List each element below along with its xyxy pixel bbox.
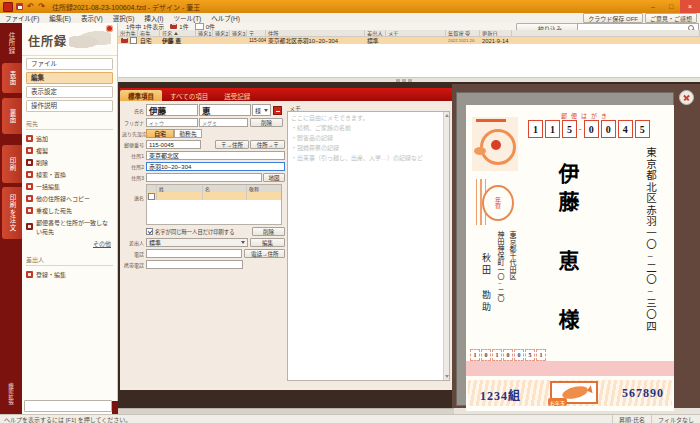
rail-tab-extensions[interactable]: 機能拡張 — [0, 377, 22, 411]
col-zip[interactable]: 〒 — [247, 30, 266, 37]
recipient-address-vertical[interactable]: 東京都北区赤羽一〇−二〇−三〇四 — [643, 147, 658, 377]
address-to-zip-button[interactable]: 住所→〒 — [250, 140, 285, 149]
memo-placeholder-line: ・続柄、ご家族の名前 — [291, 123, 449, 132]
joint-selected-row[interactable] — [147, 192, 281, 200]
furigana-last-field[interactable]: イトウ — [146, 118, 198, 127]
col-address[interactable]: 住所 — [266, 30, 365, 37]
minimize-button[interactable]: – — [644, 0, 662, 13]
sidebar-item-duplicate[interactable]: 複製 — [26, 144, 113, 156]
sidebar-item-zip-mismatch[interactable]: 郵便番号と住所が一致しない宛先 — [26, 216, 113, 237]
joint-empty-rows[interactable] — [147, 200, 281, 224]
edit-sender-button[interactable]: 編集 — [250, 238, 285, 247]
list-header-row: 出力先 宛先 氏名 連名1 連名2 連名3 〒 住所 差出人 メモ 年賀状 受 … — [118, 30, 700, 37]
rail-tab-order-print[interactable]: 印刷を注文 — [2, 187, 22, 239]
scroll-up-icon[interactable] — [445, 114, 449, 117]
more-link[interactable]: その他 — [22, 239, 111, 248]
close-preview-button[interactable] — [679, 90, 694, 105]
redo-icon[interactable]: ↷ — [37, 2, 46, 11]
table-row[interactable]: 自宅 伊藤 恵 115-0045 東京都北区赤羽10−20−304 標準 202… — [118, 37, 700, 44]
col-output[interactable]: 出力先 — [118, 30, 138, 37]
tab-standard-fields[interactable]: 標準項目 — [120, 90, 162, 101]
zip-field[interactable]: 115-0045 — [146, 140, 201, 149]
zip-digit: 1 — [545, 120, 560, 138]
col-name[interactable]: 氏名 — [160, 30, 196, 37]
address1-field[interactable]: 東京都北区 — [146, 151, 285, 160]
col-recipient-type[interactable]: 宛先 — [138, 30, 160, 37]
lottery-group-number: 1234組 — [480, 386, 521, 404]
tab-send-receive-log[interactable]: 送受記録 — [216, 90, 258, 101]
row-checkbox[interactable] — [130, 37, 137, 44]
undo-icon[interactable]: ↶ — [26, 2, 35, 11]
col-sender[interactable]: 差出人 — [365, 30, 386, 37]
memo-scrollbar[interactable] — [443, 112, 449, 380]
address3-field[interactable] — [146, 173, 262, 182]
address2-label: 住所2 — [122, 163, 144, 170]
rail-tab-front[interactable]: 表面 — [2, 63, 22, 93]
first-name-field[interactable]: 恵 — [199, 104, 251, 116]
sidebar-item-copy-to-other-book[interactable]: 他の住所録へコピー — [26, 192, 113, 204]
mobile-field[interactable] — [146, 260, 243, 269]
trash-icon — [26, 159, 33, 166]
sidebar-nav-display-settings[interactable]: 表示設定 — [26, 86, 113, 98]
tab-all-fields[interactable]: すべての項目 — [162, 90, 216, 101]
same-surname-option[interactable]: 名字が同じ時一人目だけ印刷する — [146, 228, 234, 236]
sender-select[interactable]: 標準 — [146, 238, 248, 247]
same-surname-checkbox[interactable] — [146, 228, 153, 235]
sidebar-item-bulk-edit[interactable]: 一括編集 — [26, 180, 113, 192]
sidebar-item-label: 重複した宛先 — [36, 206, 72, 215]
sidebar-nav-file[interactable]: ファイル — [26, 58, 113, 70]
sidebar-nav-edit[interactable]: 編集 — [26, 72, 113, 84]
col-joint2[interactable]: 連名2 — [213, 30, 230, 37]
phone-to-address-button[interactable]: 電話→住所 — [244, 249, 285, 258]
col-joint3[interactable]: 連名3 — [230, 30, 247, 37]
joint-row-checkbox[interactable] — [148, 193, 155, 200]
delete-furigana-button[interactable]: 削除 — [250, 118, 283, 127]
destination-work-toggle[interactable]: 勤務先 — [174, 129, 202, 138]
postcard-frame: 郵便はがき 1 1 5 - 0 0 4 5 — [456, 92, 674, 406]
sidebar-header: 住所録 — [22, 23, 117, 56]
close-button[interactable]: × — [680, 0, 700, 13]
last-name-field[interactable]: 伊藤 — [146, 104, 198, 116]
rail-tab-print[interactable]: 印刷 — [2, 145, 22, 183]
sender-name: 秋田 勘助 — [480, 231, 493, 343]
sidebar-item-register-edit-sender[interactable]: 登録・編集 — [26, 268, 113, 280]
honorific-select[interactable]: 様 — [252, 104, 271, 116]
maximize-button[interactable]: □ — [662, 0, 680, 13]
sidebar-nav-instructions[interactable]: 操作説明 — [26, 100, 113, 112]
postcard-preview[interactable]: 郵便はがき 1 1 5 - 0 0 4 5 — [466, 105, 674, 411]
col-nenga[interactable]: 年賀状 受 — [446, 30, 480, 37]
menu-file[interactable]: ファイル(F) — [0, 13, 44, 23]
col-memo[interactable]: メモ — [386, 30, 446, 37]
col-updated[interactable]: 更新日 — [480, 30, 512, 37]
menu-view[interactable]: 表示(V) — [76, 13, 108, 23]
destination-home-toggle[interactable]: 自宅 — [146, 129, 174, 138]
map-button[interactable]: 地図 — [263, 173, 285, 182]
status-filter[interactable]: フィルタなし — [651, 415, 700, 423]
cloud-save-button[interactable]: クラウド保存 OFF — [583, 13, 643, 23]
sender-label: 差出人 — [122, 239, 144, 246]
menu-edit[interactable]: 編集(E) — [44, 13, 76, 23]
address2-field[interactable]: 赤羽10−20−304 — [146, 162, 285, 171]
phone-field[interactable] — [146, 249, 242, 258]
furigana-first-field[interactable]: メグミ — [199, 118, 248, 127]
zip-dash: - — [579, 125, 582, 134]
feedback-button[interactable]: ご意見・ご感想 — [645, 13, 697, 23]
list-empty-area[interactable] — [118, 44, 700, 77]
sidebar-item-add[interactable]: 追加 — [26, 132, 113, 144]
rail-tab-back[interactable]: 裏面 — [2, 98, 22, 134]
delete-joint-button[interactable]: 削除 — [252, 227, 285, 236]
sidebar-footer-box[interactable] — [24, 400, 112, 412]
zip-to-address-button[interactable]: 〒→住所 — [215, 140, 250, 149]
sidebar-item-search-replace[interactable]: 検索・置換 — [26, 168, 113, 180]
rail-tab-address-book[interactable]: 住所録 — [0, 25, 22, 61]
remove-name-button[interactable] — [273, 106, 282, 115]
memo-textarea[interactable]: ここに自由にメモできます。 ・続柄、ご家族の名前 ・贈答品の記録 ・冠婚葬祭の記… — [287, 111, 450, 381]
col-joint1[interactable]: 連名1 — [196, 30, 213, 37]
status-sort[interactable]: 昇順-氏名 — [612, 415, 651, 423]
sidebar-item-duplicated-recipients[interactable]: 重複した宛先 — [26, 204, 113, 216]
gear-icon[interactable] — [106, 25, 113, 32]
scroll-down-icon[interactable] — [445, 375, 449, 378]
sender-block[interactable]: 東京都千代田区 神田神保町一〇−二〇 秋田 勘助 — [478, 231, 517, 343]
sidebar-item-delete[interactable]: 削除 — [26, 156, 113, 168]
save-icon[interactable] — [15, 2, 24, 11]
